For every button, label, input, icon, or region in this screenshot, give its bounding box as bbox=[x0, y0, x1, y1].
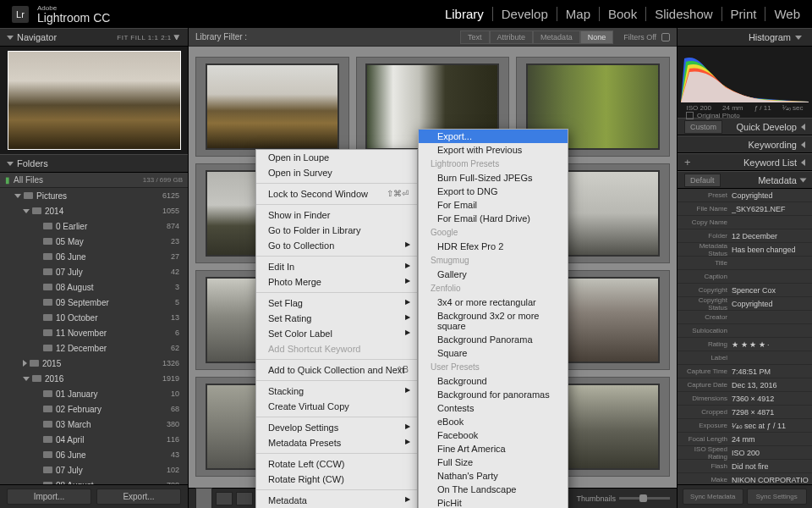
folder-row[interactable]: 0 Earlier874 bbox=[0, 218, 188, 234]
folders-header[interactable]: Folders bbox=[0, 154, 188, 173]
folder-row[interactable]: 10 October13 bbox=[0, 310, 188, 325]
menu-item[interactable]: Set Rating bbox=[256, 311, 417, 326]
metadata-row[interactable]: FlashDid not fire bbox=[678, 460, 812, 473]
filter-tab-text[interactable]: Text bbox=[460, 30, 490, 44]
export-button[interactable]: Export... bbox=[96, 489, 181, 505]
menu-item[interactable]: Set Flag bbox=[256, 295, 417, 311]
quick-develop-select[interactable]: Custom bbox=[684, 120, 722, 134]
metadata-row[interactable]: Sublocation bbox=[678, 324, 812, 338]
menu-item[interactable]: Background bbox=[419, 374, 568, 388]
thumbnail-size-slider[interactable] bbox=[619, 497, 670, 500]
filter-tab-metadata[interactable]: Metadata bbox=[533, 30, 580, 44]
menu-item[interactable]: Create Virtual Copy bbox=[256, 399, 417, 414]
menu-item[interactable]: Lock to Second Window⇧⌘⏎ bbox=[256, 186, 417, 202]
keyword-list-header[interactable]: + Keyword List bbox=[678, 153, 812, 171]
metadata-row[interactable]: Metadata StatusHas been changed bbox=[678, 243, 812, 257]
folder-row[interactable]: 04 April116 bbox=[0, 432, 188, 447]
lock-icon[interactable] bbox=[661, 33, 670, 41]
menu-item[interactable]: Metadata bbox=[256, 493, 417, 508]
navigator-header[interactable]: Navigator FIT FILL 1:1 2:1 ⯆ bbox=[0, 28, 188, 47]
module-web[interactable]: Web bbox=[765, 7, 800, 21]
module-book[interactable]: Book bbox=[600, 7, 646, 21]
folder-row[interactable]: 06 June43 bbox=[0, 447, 188, 462]
filter-tab-none[interactable]: None bbox=[580, 30, 614, 44]
folder-row[interactable]: 06 June27 bbox=[0, 249, 188, 264]
metadata-row[interactable]: Exposure¹⁄₄₀ sec at ƒ / 11 bbox=[678, 419, 812, 433]
sync-settings-button[interactable]: Sync Settings bbox=[747, 489, 808, 505]
metadata-body[interactable]: Preset Copyrighted File Name_SKY6291.NEF… bbox=[678, 189, 812, 484]
histogram-header[interactable]: Histogram bbox=[678, 28, 812, 47]
folder-row[interactable]: 20141055 bbox=[0, 203, 188, 218]
module-print[interactable]: Print bbox=[722, 7, 766, 21]
compare-view-button[interactable] bbox=[236, 492, 253, 505]
folder-row[interactable]: 11 November6 bbox=[0, 325, 188, 340]
metadata-row[interactable]: Creator bbox=[678, 311, 812, 324]
folder-row[interactable]: 07 July102 bbox=[0, 462, 188, 478]
metadata-row[interactable]: Title bbox=[678, 257, 812, 270]
folder-row[interactable]: 20161919 bbox=[0, 371, 188, 386]
menu-item[interactable]: Set Color Label bbox=[256, 326, 417, 341]
menu-item[interactable]: Develop Settings bbox=[256, 420, 417, 435]
menu-item[interactable]: Add to Quick Collection and Next⇧B bbox=[256, 362, 417, 378]
menu-item[interactable]: On The Landscape bbox=[419, 483, 568, 496]
menu-item[interactable]: eBook bbox=[419, 415, 568, 428]
module-library[interactable]: Library bbox=[436, 7, 493, 21]
folder-row[interactable]: 08 August3 bbox=[0, 279, 188, 295]
metadata-row[interactable]: Copy Name bbox=[678, 216, 812, 229]
menu-item[interactable]: Export to DNG bbox=[419, 185, 568, 198]
folder-row[interactable]: Pictures6125 bbox=[0, 188, 188, 203]
grid-view-button[interactable] bbox=[195, 488, 212, 509]
folder-row[interactable]: 01 January10 bbox=[0, 386, 188, 401]
metadata-row[interactable]: File Name_SKY6291.NEF bbox=[678, 202, 812, 216]
menu-item[interactable]: Stacking bbox=[256, 384, 417, 399]
metadata-row[interactable]: MakeNIKON CORPORATION bbox=[678, 473, 812, 484]
loupe-view-button[interactable] bbox=[216, 492, 233, 505]
folder-row[interactable]: 12 December62 bbox=[0, 340, 188, 356]
menu-item[interactable]: Contests bbox=[419, 401, 568, 415]
folder-row[interactable]: 02 February68 bbox=[0, 401, 188, 417]
menu-item[interactable]: Rotate Left (CCW) bbox=[256, 456, 417, 472]
menu-item[interactable]: Export... bbox=[419, 130, 568, 143]
folder-row[interactable]: 08 August788 bbox=[0, 478, 188, 484]
folder-tree[interactable]: Pictures6125201410550 Earlier87405 May23… bbox=[0, 188, 188, 484]
menu-item[interactable]: Go to Folder in Library bbox=[256, 223, 417, 238]
import-button[interactable]: Import... bbox=[7, 489, 91, 505]
menu-item[interactable]: Gallery bbox=[419, 268, 568, 281]
module-map[interactable]: Map bbox=[557, 7, 600, 21]
menu-item[interactable]: Edit In bbox=[256, 259, 417, 274]
metadata-row[interactable]: ISO Speed RatingISO 200 bbox=[678, 446, 812, 460]
menu-item[interactable]: Rotate Right (CW) bbox=[256, 472, 417, 487]
navigator-zoom-ratios[interactable]: FIT FILL 1:1 2:1 ⯆ bbox=[117, 34, 181, 41]
menu-item[interactable]: Full Size bbox=[419, 456, 568, 469]
menu-item[interactable]: Fine Art America bbox=[419, 442, 568, 456]
folder-row[interactable]: 09 September5 bbox=[0, 295, 188, 310]
menu-item[interactable]: Export with Previous bbox=[419, 143, 568, 157]
all-files-row[interactable]: ▮ All Files 133 / 699 GB bbox=[0, 173, 188, 188]
menu-item[interactable]: Go to Collection bbox=[256, 238, 417, 253]
metadata-preset-select[interactable]: Default bbox=[684, 174, 721, 187]
module-develop[interactable]: Develop bbox=[493, 7, 557, 21]
menu-item[interactable]: HDR Efex Pro 2 bbox=[419, 240, 568, 253]
menu-item[interactable]: For Email (Hard Drive) bbox=[419, 212, 568, 225]
metadata-row[interactable]: Cropped7298 × 4871 bbox=[678, 406, 812, 419]
keywording-header[interactable]: Keywording bbox=[678, 135, 812, 153]
metadata-row[interactable]: Caption bbox=[678, 270, 812, 284]
module-slideshow[interactable]: Slideshow bbox=[646, 7, 721, 21]
navigator-preview[interactable] bbox=[0, 47, 188, 154]
export-submenu[interactable]: Export...Export with PreviousLightroom P… bbox=[418, 129, 568, 508]
menu-item[interactable]: PicHit bbox=[419, 496, 568, 508]
menu-item[interactable]: Background Panorama bbox=[419, 333, 568, 346]
filters-off-label[interactable]: Filters Off bbox=[623, 33, 656, 41]
metadata-row[interactable]: Rating★ ★ ★ ★ · bbox=[678, 338, 812, 351]
menu-item[interactable]: Nathan's Party bbox=[419, 469, 568, 483]
menu-item[interactable]: For Email bbox=[419, 198, 568, 212]
context-menu[interactable]: Open in LoupeOpen in SurveyLock to Secon… bbox=[255, 149, 418, 508]
sync-metadata-button[interactable]: Sync Metadata bbox=[683, 489, 743, 505]
metadata-row[interactable]: Capture DateDec 13, 2016 bbox=[678, 378, 812, 392]
menu-item[interactable]: Photo Merge bbox=[256, 274, 417, 290]
menu-item[interactable]: Open in Loupe bbox=[256, 150, 417, 165]
metadata-row[interactable]: Preset Copyrighted bbox=[678, 189, 812, 202]
menu-item[interactable]: Burn Full-Sized JPEGs bbox=[419, 171, 568, 185]
menu-item[interactable]: Facebook bbox=[419, 428, 568, 442]
quick-develop-header[interactable]: Custom Quick Develop bbox=[678, 118, 812, 135]
